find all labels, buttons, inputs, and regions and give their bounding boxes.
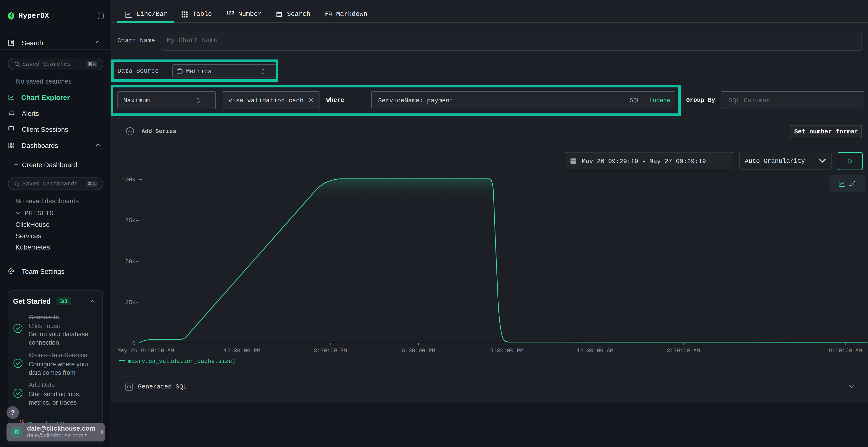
svg-text:12:30:00 PM: 12:30:00 PM <box>224 348 260 354</box>
svg-text:3:30:00 AM: 3:30:00 AM <box>667 348 700 354</box>
svg-text:9:00:00 AM: 9:00:00 AM <box>829 348 862 354</box>
svg-text:May 26 9:00:00 AM: May 26 9:00:00 AM <box>117 348 174 354</box>
svg-text:0: 0 <box>132 341 135 347</box>
svg-text:3:30:00 PM: 3:30:00 PM <box>314 348 347 354</box>
svg-text:100K: 100K <box>122 177 135 183</box>
svg-text:12:30:00 AM: 12:30:00 AM <box>577 348 613 354</box>
svg-text:9:30:00 PM: 9:30:00 PM <box>490 348 523 354</box>
svg-text:max(visa_validation_cache.size: max(visa_validation_cache.size) <box>128 358 235 365</box>
svg-text:6:30:00 PM: 6:30:00 PM <box>402 348 435 354</box>
svg-text:50K: 50K <box>126 259 136 265</box>
svg-text:25K: 25K <box>126 300 136 306</box>
svg-text:75K: 75K <box>126 218 136 224</box>
